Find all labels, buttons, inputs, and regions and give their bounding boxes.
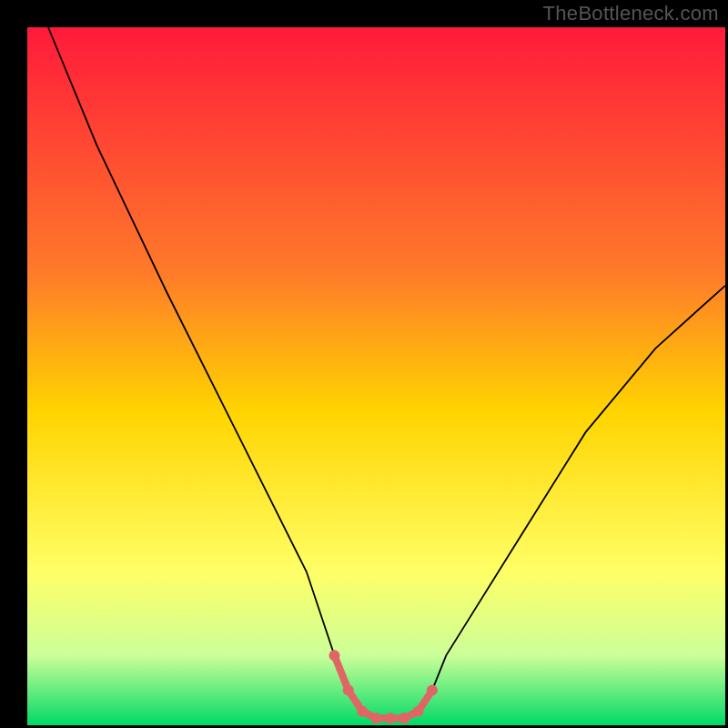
watermark-text: TheBottleneck.com <box>543 2 719 25</box>
gradient-plot-area <box>27 27 725 725</box>
bottleneck-chart: TheBottleneck.com <box>0 0 728 728</box>
chart-svg <box>0 0 728 728</box>
optimal-marker-dot <box>385 713 396 723</box>
optimal-marker-dot <box>413 706 424 717</box>
optimal-marker-dot <box>343 685 354 696</box>
optimal-marker-dot <box>371 713 382 723</box>
optimal-marker-dot <box>427 685 438 696</box>
optimal-marker-dot <box>329 650 340 661</box>
optimal-marker-dot <box>399 713 410 723</box>
optimal-marker-dot <box>357 706 368 717</box>
